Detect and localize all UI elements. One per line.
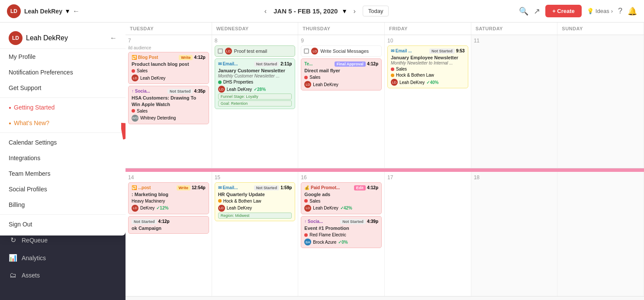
event-card-ok-campaign[interactable]: Not Started 4:12p ok Campaign xyxy=(128,216,209,234)
person-avatar-wd: WD xyxy=(132,115,138,122)
sidebar-item-label-analytics: Analytics xyxy=(22,255,46,261)
event-meta-google: Sales xyxy=(304,199,378,203)
event-card-social[interactable]: ↑ Socia... Not Started 4:35p HSA Custome… xyxy=(128,86,209,124)
calendar-area: TUESDAY WEDNESDAY THURSDAY FRIDAY SATURD… xyxy=(126,23,644,300)
event-card-newsletter[interactable]: ✉ Email... Not Started 2:11p January Cus… xyxy=(215,58,296,109)
nav-right: 🔍 ↗ + Create 💡 Ideas › ? 🔔 xyxy=(519,5,637,17)
event-tag-machinery: Heavy Machinery xyxy=(132,199,165,203)
week-separator xyxy=(126,168,644,172)
share-button[interactable]: ↗ xyxy=(534,6,540,16)
dropdown-item-billing[interactable]: Billing xyxy=(0,197,126,213)
event-meta-blog: Sales xyxy=(132,68,206,73)
next-period-button[interactable]: › xyxy=(351,6,357,17)
event-card-proof[interactable]: LD Proof test email xyxy=(215,45,296,57)
dropdown-item-sign-out[interactable]: Sign Out xyxy=(0,216,126,232)
person-avatar-ld2: LD xyxy=(225,48,232,55)
event-tag-dhs: DHS Properties xyxy=(223,80,253,84)
event-meta-hr: Hock & Bothen Law xyxy=(218,199,292,203)
cal-date-14: 14 xyxy=(128,174,209,181)
tag-dot-red xyxy=(132,109,135,113)
cal-date-17: 17 xyxy=(387,174,468,181)
event-status-ns4: Not Started 1:59p xyxy=(254,185,292,190)
dropdown-divider-1 xyxy=(0,97,126,98)
event-meta-social: Sales xyxy=(132,109,206,113)
event-title-social: HSA Customers: Drawing To Win Apple Watc… xyxy=(132,95,206,107)
cal-cell-17: 17 xyxy=(385,172,471,296)
person-name-brock: Brock Azure xyxy=(313,240,336,245)
cal-date-8: 8 xyxy=(215,38,296,44)
event-card-event-promo[interactable]: ↑ Socia... Not Started 4:39p Event #1 Pr… xyxy=(301,216,382,248)
event-type-email: ✉ Email... xyxy=(218,61,238,66)
event-title-hr: HR Quarterly Update xyxy=(218,191,292,197)
event-card-write-social[interactable]: LD Write Social Messages xyxy=(301,45,382,57)
event-type-email3: ✉ Email... xyxy=(218,185,238,190)
search-button[interactable]: 🔍 xyxy=(519,6,528,16)
ideas-button[interactable]: 💡 Ideas › xyxy=(587,8,613,14)
ideas-chevron-icon: › xyxy=(611,8,613,14)
event-person-marketing: LD DeKrey ✓12% xyxy=(132,205,206,212)
person-ld6: LD xyxy=(391,79,398,86)
dropdown-item-get-support[interactable]: Get Support xyxy=(0,80,126,96)
event-card-hr[interactable]: ✉ Email... Not Started 1:59p HR Quarterl… xyxy=(215,182,296,221)
bell-button[interactable]: 🔔 xyxy=(628,6,637,16)
region-tag: Region: Midwest xyxy=(218,213,292,219)
dropdown-item-team-members[interactable]: Team Members xyxy=(0,166,126,181)
tag-dot xyxy=(132,69,135,73)
date-range: JAN 5 - FEB 15, 2020 xyxy=(274,7,338,15)
top-nav: LD Leah DekRey ▾ ← ‹ JAN 5 - FEB 15, 202… xyxy=(0,0,644,23)
back-button[interactable]: ← xyxy=(73,7,80,15)
funnel-tag: Funnel Stage: Loyalty xyxy=(218,94,292,100)
event-title-blog: Product launch blog post xyxy=(132,61,206,67)
dropdown-item-integrations[interactable]: Integrations xyxy=(0,150,126,166)
event-card-direct-mail[interactable]: Te... Final Approval 4:12p Direct mail f… xyxy=(301,58,382,90)
person-dekrey: LD xyxy=(132,205,138,212)
dropdown-item-getting-started[interactable]: ●Getting Started xyxy=(0,100,126,115)
event-pct-42: ✓42% xyxy=(340,206,352,210)
event-title-google-ads: Google ads xyxy=(304,191,378,197)
sidebar-item-label-assets: Assets xyxy=(22,272,40,279)
dropdown-back-button[interactable]: ← xyxy=(110,34,117,42)
user-name[interactable]: Leah DekRey xyxy=(24,8,62,15)
tag-dot-sales4 xyxy=(304,199,308,203)
event-title-write-social: Write Social Messages xyxy=(320,48,369,54)
dropdown-item-calendar-settings[interactable]: Calendar Settings xyxy=(0,135,126,150)
event-status-edit: Edit 4:12p xyxy=(354,185,378,190)
dropdown-item-my-profile[interactable]: My Profile xyxy=(0,49,126,65)
create-button[interactable]: + Create xyxy=(545,5,582,17)
chevron-down-icon: ▾ xyxy=(66,7,69,15)
event-status-ns5: Not Started 4:39p xyxy=(340,219,378,224)
header-friday: FRIDAY xyxy=(385,23,471,35)
event-status-ns: Not Started 2:11p xyxy=(254,61,292,67)
assets-icon: 🗂 xyxy=(9,271,17,279)
lightbulb-icon: 💡 xyxy=(587,8,594,14)
event-type-email2: ✉ Email ... xyxy=(391,48,412,53)
event-subtitle-employee: Monthly Newsletter to Internal ... xyxy=(391,61,465,65)
cal-cell-10: 10 ✉ Email ... Not Started 9:53 January … xyxy=(385,35,471,168)
today-button[interactable]: Today xyxy=(363,6,389,16)
dropdown-item-social-profiles[interactable]: Social Profiles xyxy=(0,181,126,197)
cal-cell-sun1 xyxy=(557,35,644,168)
header-saturday: SATURDAY xyxy=(471,23,558,35)
sidebar-item-analytics[interactable]: 📊 Analytics xyxy=(0,249,126,267)
event-meta-marketing: Heavy Machinery xyxy=(132,199,206,203)
sidebar-item-assets[interactable]: 🗂 Assets xyxy=(0,267,126,284)
event-person-promo: BA Brock Azure ✓0% xyxy=(304,239,378,245)
dropdown-avatar: LD xyxy=(9,31,23,45)
dropdown-item-whats-new[interactable]: ●What's New? xyxy=(0,115,126,131)
event-title-employee: January Employee Newsletter xyxy=(391,55,465,61)
prev-period-button[interactable]: ‹ xyxy=(263,6,268,17)
tag-dot-hock2 xyxy=(218,199,222,203)
event-card-marketing-blog[interactable]: 🔁 ...post Write 12:54p : Marketing blog … xyxy=(128,182,209,214)
calendar-week-1: 7 ild audience 🔁 Blog Post Write 4:12p P… xyxy=(126,35,644,168)
event-pct-0: ✓0% xyxy=(338,240,348,245)
event-status-write: Write 4:12p xyxy=(179,55,206,60)
event-card-employee-newsletter[interactable]: ✉ Email ... Not Started 9:53 January Emp… xyxy=(387,45,468,88)
event-card-blog-post[interactable]: 🔁 Blog Post Write 4:12p Product launch b… xyxy=(128,52,209,84)
header-tuesday: TUESDAY xyxy=(126,23,212,35)
dropdown-header: LD Leah DekRey ← xyxy=(0,26,126,49)
question-button[interactable]: ? xyxy=(618,6,622,16)
event-card-google-ads[interactable]: 💰 Paid Promot... Edit 4:12p Google ads S… xyxy=(301,182,382,214)
person-name-leah4: Leah DeKrey xyxy=(399,80,425,85)
cal-cell-7: 7 ild audience 🔁 Blog Post Write 4:12p P… xyxy=(126,35,212,168)
dropdown-item-notification-preferences[interactable]: Notification Preferences xyxy=(0,65,126,80)
